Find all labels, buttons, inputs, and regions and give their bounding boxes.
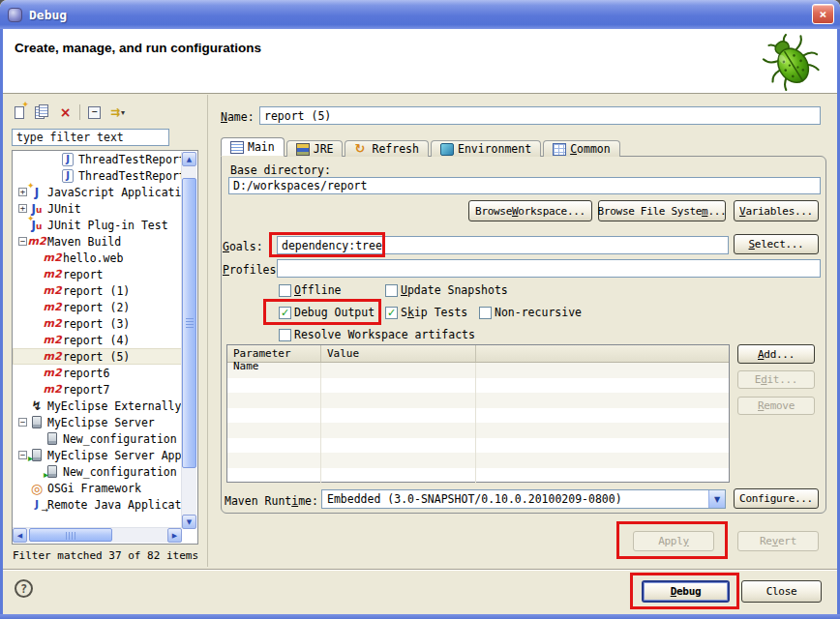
tree-item-report-5[interactable]: m2report (5)	[13, 348, 182, 365]
maven-runtime-select[interactable]: Embedded (3.0-SNAPSHOT/0.10.0.20100209-0…	[321, 489, 726, 509]
table-row[interactable]	[227, 393, 729, 408]
tree-item-report-2[interactable]: m2report (2)	[13, 299, 182, 315]
tree-item-threadtestreportfa[interactable]: JThreadTestReportFa	[13, 151, 182, 167]
browse-workspace-button[interactable]: Browse Workspace...	[468, 200, 592, 221]
external-tool-icon: ↯	[29, 398, 45, 414]
resolve-workspace-artifacts-checkbox[interactable]: Resolve Workspace artifacts	[279, 328, 475, 341]
tree-item-myeclipse-server-appli[interactable]: −▸MyEclipse Server Appli	[13, 447, 182, 463]
tree-item-javascript-application[interactable]: +J✦JavaScript Application	[13, 184, 182, 200]
non-recursive-checkbox[interactable]: Non-recursive	[479, 306, 582, 319]
tree-vertical-scrollbar[interactable]: ▲ ▼	[181, 152, 196, 529]
vertical-scroll-thumb[interactable]	[182, 178, 196, 468]
checkbox-box[interactable]	[479, 307, 492, 319]
tree-item-junit-plug-in-test[interactable]: Ju✦JUnit Plug-in Test	[13, 217, 182, 233]
window-border-bottom	[0, 614, 840, 619]
checkbox-box[interactable]	[279, 284, 291, 297]
tree-item-label: MyEclipse Server	[47, 416, 155, 429]
tree-item-report-4[interactable]: m2report (4)	[13, 332, 182, 348]
tree-item-report-3[interactable]: m2report (3)	[13, 315, 182, 332]
tab-jre[interactable]: JRE	[286, 140, 344, 157]
panel-divider[interactable]	[207, 95, 208, 567]
delete-configuration-icon[interactable]: ×	[56, 103, 75, 121]
duplicate-configuration-icon[interactable]	[33, 103, 51, 121]
window-close-icon[interactable]: ×	[812, 4, 834, 24]
server-app-icon: ▸	[32, 449, 42, 461]
tree-item-new-configuration[interactable]: ▸New_configuration	[13, 463, 182, 480]
horizontal-scroll-thumb[interactable]	[29, 528, 112, 542]
goals-input[interactable]	[277, 236, 729, 254]
new-configuration-icon[interactable]: ✦	[10, 103, 28, 121]
revert-button[interactable]: Revert	[737, 531, 819, 551]
tree-item-myeclipse-server[interactable]: −MyEclipse Server	[13, 414, 182, 430]
update-snapshots-checkbox[interactable]: Update Snapshots	[385, 283, 508, 297]
base-directory-input[interactable]	[228, 177, 821, 194]
tab-environment[interactable]: Environment	[431, 140, 541, 157]
chevron-down-icon[interactable]: ▼	[708, 490, 725, 508]
help-icon[interactable]: ?	[15, 579, 33, 598]
table-row[interactable]	[227, 423, 729, 438]
filter-dropdown-caret-icon[interactable]: ▾	[121, 108, 125, 117]
tree-item-remote-java-applicatio[interactable]: J→Remote Java Applicatio	[13, 496, 182, 513]
tree-item-maven-build[interactable]: −m2Maven Build	[13, 233, 182, 250]
tab-bar: MainJRERefreshEnvironmentCommon	[221, 137, 620, 157]
debug-output-checkbox[interactable]: ✓Debug Output	[279, 306, 385, 319]
table-row[interactable]	[227, 378, 729, 394]
table-row[interactable]	[227, 408, 729, 424]
tree-item-report[interactable]: m2report	[13, 266, 182, 282]
scroll-right-icon[interactable]: ▶	[167, 528, 182, 543]
window-titlebar[interactable]: Debug ×	[0, 0, 840, 29]
tree-item-report7[interactable]: m2report7	[13, 381, 182, 398]
table-row[interactable]	[227, 453, 729, 468]
configure-button[interactable]: Configure...	[734, 488, 819, 509]
tab-refresh[interactable]: Refresh	[345, 140, 428, 157]
tree-item-report-1[interactable]: m2report (1)	[13, 282, 182, 299]
tree-item-label: report	[63, 268, 104, 281]
table-row[interactable]	[227, 468, 729, 484]
parameters-table-body[interactable]	[227, 363, 729, 483]
profiles-input[interactable]	[277, 259, 821, 278]
tree-item-junit[interactable]: +JuJUnit	[13, 200, 182, 217]
checkbox-label: Skip Tests	[401, 306, 467, 319]
scroll-down-icon[interactable]: ▼	[182, 515, 196, 529]
select-button[interactable]: Select...	[734, 234, 819, 254]
add-parameter-button[interactable]: Add...	[737, 344, 815, 364]
tree-item-label: ThreadTestReportFa	[78, 153, 182, 166]
debug-button[interactable]: Debug	[642, 580, 730, 603]
filter-configurations-icon[interactable]: ⇉▾	[108, 103, 127, 121]
collapse-all-icon[interactable]: −	[85, 103, 104, 121]
checkbox-box[interactable]	[279, 329, 291, 341]
apply-button[interactable]: Apply	[633, 531, 714, 551]
checkbox-box[interactable]: ✓	[385, 307, 398, 319]
tree-item-threadtestreportfa[interactable]: JThreadTestReportFa	[13, 167, 182, 184]
filter-input[interactable]	[12, 129, 169, 146]
table-row[interactable]	[227, 363, 729, 378]
scroll-up-icon[interactable]: ▲	[182, 152, 196, 166]
offline-checkbox[interactable]: Offline	[279, 283, 385, 297]
tree-item-hello-web[interactable]: m2hello.web	[13, 250, 182, 266]
tree-expander-icon[interactable]: −	[16, 418, 29, 427]
tree-item-osgi-framework[interactable]: ◎OSGi Framework	[13, 480, 182, 496]
maven-icon: m2	[45, 366, 60, 381]
tab-common[interactable]: Common	[543, 140, 620, 157]
tree-item-myeclipse-externally-l[interactable]: ↯MyEclipse Externally L	[13, 398, 182, 414]
checkbox-box[interactable]	[385, 284, 398, 297]
tree-item-report6[interactable]: m2report6	[13, 365, 182, 381]
scroll-left-icon[interactable]: ◀	[13, 528, 27, 543]
tree-expander-icon[interactable]: +	[16, 204, 29, 213]
table-row[interactable]	[227, 438, 729, 454]
browse-file-system-button[interactable]: Browse File System...	[598, 200, 726, 221]
variables-button[interactable]: Variables...	[734, 200, 819, 221]
server-icon	[32, 416, 42, 428]
tree-item-new-configuration[interactable]: New_configuration	[13, 430, 182, 447]
skip-tests-checkbox[interactable]: ✓Skip Tests	[385, 306, 479, 319]
remove-parameter-button[interactable]: Remove	[737, 397, 815, 415]
tree-horizontal-scrollbar[interactable]: ◀ ▶	[13, 527, 182, 543]
tab-label: Environment	[458, 142, 531, 156]
edit-parameter-button[interactable]: Edit...	[737, 370, 815, 389]
horizontal-scroll-track[interactable]	[27, 528, 167, 543]
name-input[interactable]	[259, 106, 821, 125]
maven-runtime-value: Embedded (3.0-SNAPSHOT/0.10.0.20100209-0…	[322, 492, 708, 506]
close-button[interactable]: Close	[741, 580, 822, 603]
tab-main[interactable]: Main	[221, 137, 285, 157]
checkbox-box[interactable]: ✓	[279, 307, 291, 319]
